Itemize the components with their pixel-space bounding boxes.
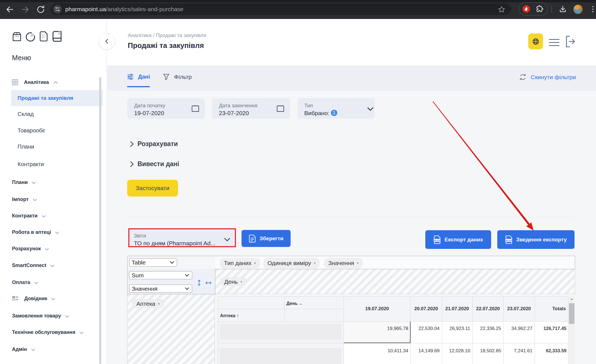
svg-text:XLSX: XLSX (506, 239, 512, 242)
svg-text:XLSX: XLSX (434, 239, 440, 242)
